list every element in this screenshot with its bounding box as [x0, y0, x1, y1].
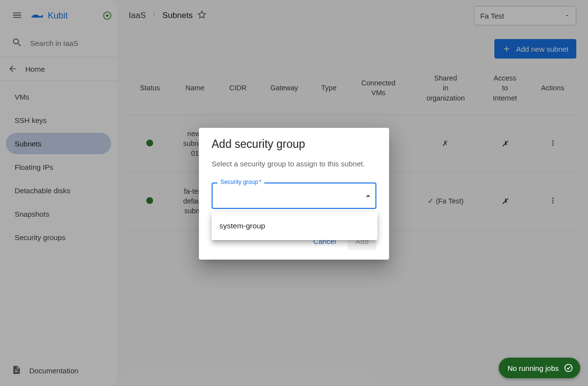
dialog-title: Add security group — [212, 138, 376, 151]
svg-point-1 — [565, 365, 572, 372]
jobs-status-chip[interactable]: No running jobs — [499, 358, 580, 378]
chevron-up-icon — [366, 195, 371, 197]
dialog-description: Select a security group to assign to thi… — [212, 160, 376, 168]
security-group-dropdown: system-group — [212, 212, 377, 240]
security-group-label: Security group* — [217, 179, 264, 185]
jobs-status-label: No running jobs — [508, 364, 559, 372]
dropdown-option-system-group[interactable]: system-group — [212, 216, 377, 236]
check-circle-icon — [564, 363, 573, 373]
security-group-select[interactable]: Security group* — [212, 183, 376, 209]
